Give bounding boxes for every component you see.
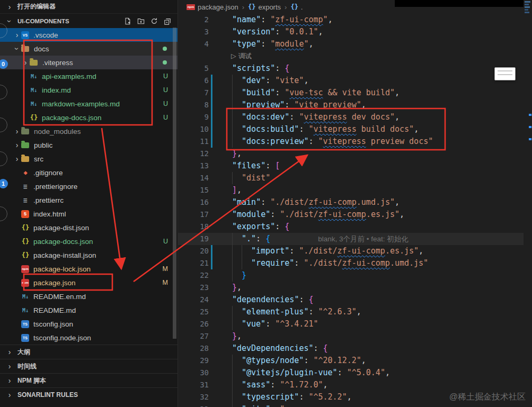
tree-item-.prettierignore[interactable]: ≡.prettierignore — [0, 179, 178, 193]
code-line-28[interactable]: 28"devDependencies": { — [178, 342, 524, 355]
code-line-33[interactable]: 33"vite": " — [178, 403, 524, 407]
code-line-20[interactable]: 20"import": "./dist/zf-ui-comp.es.js", — [178, 245, 524, 257]
code-line-16[interactable]: 16"main": "./dist/zf-ui-comp.umd.js", — [178, 196, 524, 209]
code-line-5[interactable]: 5"scripts": { — [178, 62, 524, 75]
code-line-17[interactable]: 17"module": "./dist/zf-ui-comp.es.js", — [178, 209, 524, 221]
md-icon: M↓ — [21, 307, 30, 313]
code-line-2[interactable]: 2"name": "zf-ui-comp", — [178, 14, 524, 26]
sidebar-section-NPM 脚本[interactable]: ›NPM 脚本 — [0, 373, 178, 387]
line-number: 16 — [178, 196, 209, 209]
code-token: , — [237, 331, 242, 341]
project-section-header[interactable]: › UI-COMPONENTS — [0, 14, 178, 28]
tree-item-index.html[interactable]: 5index.html — [0, 207, 178, 221]
code-line-27[interactable]: 27}, — [178, 330, 524, 342]
tree-item-.vscode[interactable]: ›VS.vscode — [0, 28, 178, 42]
line-number: 2 — [178, 14, 209, 26]
code-line-19[interactable]: 19".": {blank, 3个月前 • feat: 初始化 — [178, 233, 524, 245]
new-folder-icon[interactable] — [137, 17, 145, 25]
overlay-box — [494, 67, 516, 80]
file-label: package-docs.json — [33, 238, 93, 246]
npm-icon: npm — [21, 279, 29, 287]
code-token: , — [419, 246, 423, 256]
new-file-icon[interactable] — [124, 17, 131, 25]
code-line-26[interactable]: 26"vue": "^3.4.21" — [178, 318, 524, 330]
md-icon: M↓ — [30, 74, 38, 79]
tree-item-api-examples.md[interactable]: M↓api-examples.mdU — [0, 69, 178, 83]
code-line-25[interactable]: 25"element-plus": "^2.6.3", — [178, 306, 524, 318]
code-line-3[interactable]: 3"version": "0.0.1", — [178, 26, 524, 38]
file-label: tsconfig.json — [33, 320, 73, 328]
tree-item-.prettierrc[interactable]: ≡.prettierrc — [0, 193, 178, 207]
tree-item-package-dist.json[interactable]: {}package-dist.json — [0, 221, 178, 234]
tree-item-docs[interactable]: ›docs — [0, 42, 178, 56]
refresh-icon[interactable] — [150, 17, 158, 25]
code-line-8[interactable]: 8"preview": "vite preview", — [178, 99, 524, 111]
code-token: : — [308, 137, 318, 146]
tree-item-src[interactable]: ›src — [0, 152, 178, 166]
code-token: , — [347, 392, 352, 402]
file-label: package-lock.json — [33, 265, 91, 273]
code-line-14[interactable]: 14"dist" — [178, 172, 524, 184]
code-token: vitepress — [313, 124, 356, 134]
code-line-7[interactable]: 7"build": "vue-tsc && vite build", — [178, 87, 524, 99]
tree-item-markdown-examples.md[interactable]: M↓markdown-examples.mdU — [0, 97, 178, 111]
tree-item-index.md[interactable]: M↓index.mdU — [0, 83, 178, 97]
code-line-6[interactable]: 6"dev": "vite", — [178, 75, 524, 87]
code-line-18[interactable]: 18"exports": { — [178, 221, 524, 233]
code-line-30[interactable]: 30"@vitejs/plugin-vue": "^5.0.4", — [178, 367, 524, 379]
tree-item-package-docs.json[interactable]: {}package-docs.jsonU — [0, 111, 178, 124]
file-label: .gitignore — [33, 169, 63, 177]
file-label: api-examples.md — [42, 73, 96, 80]
breadcrumb-item-exports[interactable]: {}exports — [248, 3, 281, 11]
sidebar-section-SONARLINT RULES[interactable]: ›SONARLINT RULES — [0, 387, 178, 402]
collapse-all-icon[interactable] — [164, 17, 171, 25]
chevron-open-icon: › — [13, 44, 21, 53]
code-token: "dependencies" — [232, 295, 299, 304]
tree-item-package-lock.json[interactable]: npmpackage-lock.jsonM — [0, 262, 178, 276]
code-line-24[interactable]: 24"dependencies": { — [178, 294, 524, 306]
chevron-open-icon: › — [5, 17, 14, 25]
code-line-12[interactable]: 12}, — [178, 148, 524, 160]
code-line-15[interactable]: 15], — [178, 184, 524, 196]
tree-item-package-docs.json[interactable]: {}package-docs.jsonU — [0, 234, 178, 248]
line-number: 13 — [178, 160, 209, 172]
code-line-4[interactable]: 4"type": "module", — [178, 38, 524, 50]
codelens-debug[interactable]: ▷调试 — [178, 50, 524, 62]
code-line-13[interactable]: 13"files": [ — [178, 160, 524, 172]
code-line-29[interactable]: 29"@types/node": "^20.12.2", — [178, 355, 524, 367]
code-token: "./dist/ — [304, 258, 342, 268]
tree-item-package-install.json[interactable]: {}package-install.json — [0, 248, 178, 262]
tree-item-tsconfig.json[interactable]: TStsconfig.json — [0, 317, 178, 331]
line-number: 29 — [178, 355, 209, 367]
sidebar-scrollbar[interactable] — [173, 28, 176, 339]
code-token: "./dist/ — [280, 210, 318, 219]
minimap[interactable] — [524, 0, 532, 407]
tree-item-node_modules[interactable]: ›node_modules — [0, 124, 178, 138]
code-token: ] — [232, 185, 237, 195]
git-change-bar — [211, 135, 212, 148]
sidebar-section-大纲[interactable]: ›大纲 — [0, 345, 178, 359]
breadcrumb-item-.[interactable]: {}. — [290, 3, 303, 11]
tree-item-README.md[interactable]: M↓README.md — [0, 303, 178, 317]
code-line-22[interactable]: 22} — [178, 269, 524, 282]
tree-item-.vitepress[interactable]: ›.vitepress — [0, 56, 178, 69]
code-line-31[interactable]: 31"sass": "^1.72.0", — [178, 379, 524, 391]
code-line-10[interactable]: 10"docs:build": "vitepress build docs", — [178, 123, 524, 135]
code-line-11[interactable]: 11"docs:preview": "vitepress preview doc… — [178, 135, 524, 148]
code-line-9[interactable]: 9"docs:dev": "vitepress dev docs", — [178, 111, 524, 123]
sidebar-section-时间线[interactable]: ›时间线 — [0, 359, 178, 373]
code-token: , — [361, 100, 366, 110]
open-editors-header[interactable]: › 打开的编辑器 — [0, 0, 178, 14]
tree-item-package.json[interactable]: npmpackage.jsonM — [0, 276, 178, 290]
line-number: 31 — [178, 379, 209, 391]
code-line-21[interactable]: 21"require": "./dist/zf-ui-comp.umd.js" — [178, 257, 524, 269]
breadcrumb-item-package.json[interactable]: npmpackage.json — [187, 3, 238, 11]
changes-dot — [163, 60, 167, 65]
vscode-window: › 打开的编辑器 › UI-COMPONENTS ›VS.vscode›docs… — [0, 0, 532, 407]
tree-item-.gitignore[interactable]: ◆.gitignore — [0, 166, 178, 179]
tree-item-README.en.md[interactable]: M↓README.en.md — [0, 290, 178, 303]
code-line-23[interactable]: 23}, — [178, 282, 524, 294]
code-token: zf-ui-comp — [275, 15, 323, 24]
tree-item-tsconfig.node.json[interactable]: TStsconfig.node.json — [0, 331, 178, 345]
tree-item-public[interactable]: ›public — [0, 138, 178, 152]
